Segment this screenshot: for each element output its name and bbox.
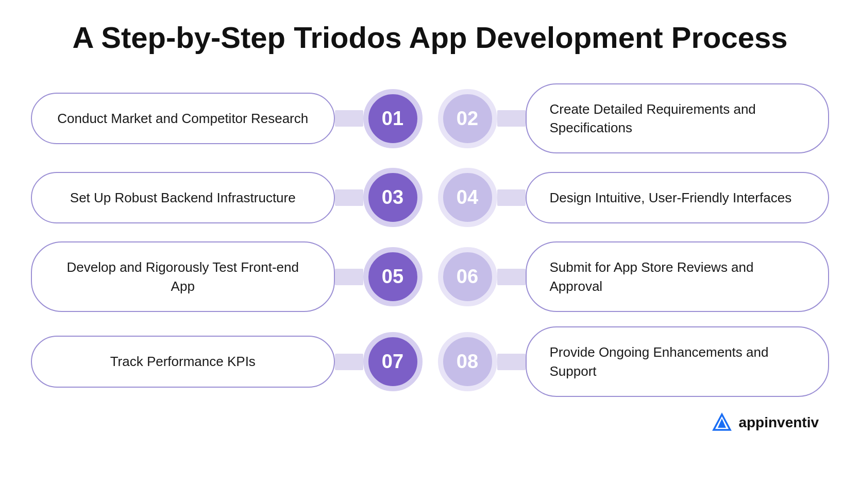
left-section-1: Set Up Robust Backend Infrastructure 03 <box>31 168 423 227</box>
right-section-1: 04 Design Intuitive, User-Friendly Inter… <box>438 168 830 227</box>
left-pill-2: Develop and Rigorously Test Front-end Ap… <box>31 241 335 312</box>
right-connector-0 <box>497 110 526 127</box>
circle-left-0: 01 <box>363 89 423 148</box>
left-pill-3: Track Performance KPIs <box>31 336 335 387</box>
left-section-2: Develop and Rigorously Test Front-end Ap… <box>31 241 423 312</box>
left-connector-0 <box>335 110 363 127</box>
left-section-3: Track Performance KPIs 07 <box>31 332 423 391</box>
page-title: A Step-by-Step Triodos App Development P… <box>73 21 788 55</box>
left-connector-1 <box>335 189 363 206</box>
circle-right-2: 06 <box>438 247 497 306</box>
right-section-2: 06 Submit for App Store Reviews and Appr… <box>438 241 830 312</box>
left-connector-2 <box>335 269 363 285</box>
left-pill-0: Conduct Market and Competitor Research <box>31 93 335 144</box>
circle-right-3: 08 <box>438 332 497 391</box>
right-connector-2 <box>497 269 526 285</box>
right-pill-0: Create Detailed Requirements and Specifi… <box>526 83 830 154</box>
circle-right-1: 04 <box>438 168 497 227</box>
right-pill-1: Design Intuitive, User-Friendly Interfac… <box>526 172 830 223</box>
right-section-3: 08 Provide Ongoing Enhancements and Supp… <box>438 326 830 397</box>
logo-text: appinventiv <box>738 414 819 431</box>
circle-right-0: 02 <box>438 89 497 148</box>
appinventiv-logo-icon <box>712 412 732 433</box>
logo-area: appinventiv <box>21 412 819 433</box>
circle-left-3: 07 <box>363 332 423 391</box>
right-pill-2: Submit for App Store Reviews and Approva… <box>526 241 830 312</box>
step-row-pair-2: Set Up Robust Backend Infrastructure 03 … <box>31 168 829 227</box>
circle-left-1: 03 <box>363 168 423 227</box>
left-connector-3 <box>335 354 363 370</box>
right-pill-3: Provide Ongoing Enhancements and Support <box>526 326 830 397</box>
left-section-0: Conduct Market and Competitor Research 0… <box>31 89 423 148</box>
right-connector-1 <box>497 189 526 206</box>
steps-container: Conduct Market and Competitor Research 0… <box>31 83 829 397</box>
step-row-pair-4: Track Performance KPIs 07 08 Provide Ong… <box>31 326 829 397</box>
circle-left-2: 05 <box>363 247 423 306</box>
left-pill-1: Set Up Robust Backend Infrastructure <box>31 172 335 223</box>
step-row-pair-1: Conduct Market and Competitor Research 0… <box>31 83 829 154</box>
step-row-pair-3: Develop and Rigorously Test Front-end Ap… <box>31 241 829 312</box>
right-section-0: 02 Create Detailed Requirements and Spec… <box>438 83 830 154</box>
right-connector-3 <box>497 354 526 370</box>
